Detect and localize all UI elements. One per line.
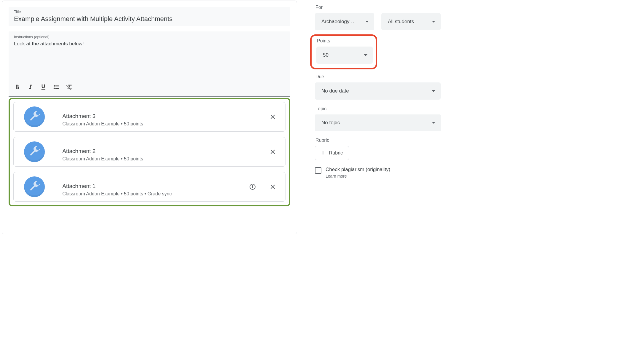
plagiarism-checkbox[interactable] <box>315 167 321 174</box>
svg-rect-7 <box>252 186 253 188</box>
underline-icon[interactable] <box>40 84 47 91</box>
assignment-editor-panel: Title Example Assignment with Multiple A… <box>2 1 297 234</box>
instructions-label: Instructions (optional) <box>14 35 285 39</box>
remove-attachment-button[interactable] <box>267 111 279 123</box>
plus-icon: + <box>321 149 325 157</box>
topic-label: Topic <box>315 106 448 111</box>
italic-icon[interactable] <box>27 84 34 91</box>
svg-rect-5 <box>55 88 59 89</box>
attachment-card: Attachment 1 Classroom Addon Example • 5… <box>13 172 285 202</box>
svg-point-0 <box>54 85 55 86</box>
points-value: 50 <box>323 52 329 58</box>
format-toolbar <box>14 82 285 94</box>
learn-more-link[interactable]: Learn more <box>326 174 347 178</box>
bullet-list-icon[interactable] <box>53 84 60 91</box>
attachment-body[interactable]: Attachment 3 Classroom Addon Example • 5… <box>55 102 267 131</box>
attachment-title: Attachment 2 <box>62 148 261 154</box>
students-select[interactable]: All students <box>381 13 441 30</box>
attachments-highlight-box: Attachment 3 Classroom Addon Example • 5… <box>9 98 290 206</box>
attachment-title: Attachment 3 <box>62 113 261 119</box>
svg-point-2 <box>54 88 55 89</box>
class-select[interactable]: Archaeology … <box>315 13 374 30</box>
attachment-subtitle: Classroom Addon Example • 50 points • Gr… <box>62 191 241 197</box>
title-label: Title <box>14 10 284 14</box>
attachment-info-button[interactable] <box>247 181 258 193</box>
chevron-down-icon <box>432 122 435 124</box>
rubric-button-label: Rubric <box>329 150 343 156</box>
clear-format-icon[interactable] <box>66 84 73 91</box>
chevron-down-icon <box>432 90 435 92</box>
attachment-body[interactable]: Attachment 1 Classroom Addon Example • 5… <box>55 172 247 201</box>
attachment-subtitle: Classroom Addon Example • 50 points <box>62 156 261 162</box>
remove-attachment-button[interactable] <box>267 146 279 158</box>
plagiarism-label: Check plagiarism (originality) <box>326 167 390 173</box>
bold-icon[interactable] <box>14 84 20 91</box>
chevron-down-icon <box>432 21 435 23</box>
svg-rect-8 <box>252 185 253 186</box>
title-field[interactable]: Title Example Assignment with Multiple A… <box>9 7 290 26</box>
for-label: For <box>315 5 448 10</box>
class-select-value: Archaeology … <box>321 19 356 25</box>
due-label: Due <box>315 74 448 79</box>
addon-wrench-icon <box>24 106 45 127</box>
attachment-title: Attachment 1 <box>62 183 241 189</box>
topic-select[interactable]: No topic <box>315 114 441 131</box>
chevron-down-icon <box>364 54 367 56</box>
due-select[interactable]: No due date <box>315 82 441 100</box>
points-highlight-box: Points 50 <box>310 34 377 69</box>
topic-value: No topic <box>321 120 340 126</box>
attachment-icon-cell <box>14 137 55 166</box>
instructions-value: Look at the attachments below! <box>14 40 285 82</box>
attachment-card: Attachment 3 Classroom Addon Example • 5… <box>13 102 285 132</box>
attachment-subtitle: Classroom Addon Example • 50 points <box>62 121 261 127</box>
svg-rect-4 <box>55 87 59 87</box>
rubric-label: Rubric <box>315 138 448 143</box>
svg-rect-3 <box>55 85 59 86</box>
addon-wrench-icon <box>24 176 45 197</box>
title-value: Example Assignment with Multiple Activit… <box>14 15 284 23</box>
attachment-icon-cell <box>14 172 55 201</box>
add-rubric-button[interactable]: + Rubric <box>315 146 349 160</box>
instructions-field[interactable]: Instructions (optional) Look at the atta… <box>9 31 290 96</box>
assignment-sidebar: For Archaeology … All students Points 50… <box>297 0 448 234</box>
points-label: Points <box>317 38 370 44</box>
remove-attachment-button[interactable] <box>267 181 279 193</box>
due-value: No due date <box>321 88 349 94</box>
attachment-icon-cell <box>14 102 55 131</box>
addon-wrench-icon <box>24 141 45 162</box>
attachment-body[interactable]: Attachment 2 Classroom Addon Example • 5… <box>55 137 267 166</box>
toolbar-divider <box>9 96 290 97</box>
attachment-card: Attachment 2 Classroom Addon Example • 5… <box>13 137 285 167</box>
chevron-down-icon <box>365 21 369 23</box>
students-select-value: All students <box>388 19 414 25</box>
points-select[interactable]: 50 <box>316 47 373 64</box>
svg-point-1 <box>54 86 55 87</box>
